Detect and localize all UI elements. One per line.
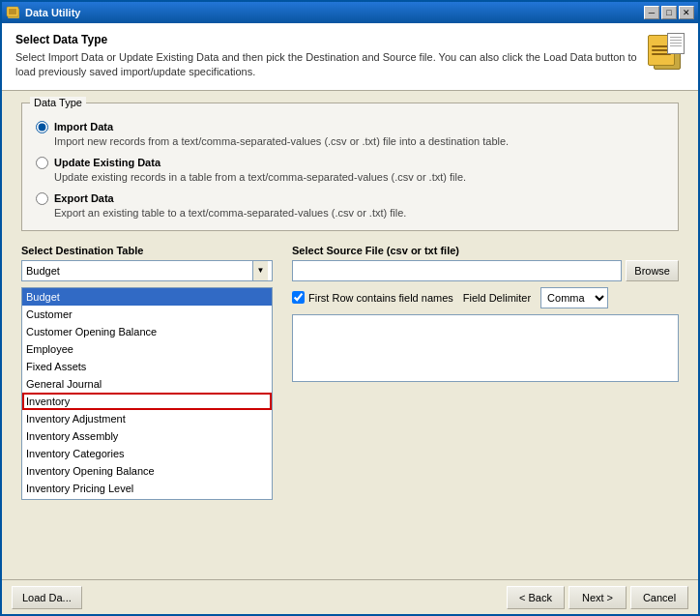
- list-item[interactable]: Customer: [22, 306, 272, 323]
- update-data-radio[interactable]: [36, 157, 48, 169]
- update-data-radio-row[interactable]: Update Existing Data: [36, 157, 664, 169]
- radio-option-export: Export Data Export an existing table to …: [36, 192, 664, 219]
- import-data-desc: Import new records from a text/comma-sep…: [54, 135, 664, 147]
- sheet-line-2: [670, 40, 682, 41]
- data-type-group: Data Type Import Data Import new records…: [21, 103, 679, 231]
- load-data-button[interactable]: Load Da...: [12, 586, 82, 609]
- field-options-row: First Row contains field names Field Del…: [292, 287, 679, 308]
- export-data-desc: Export an existing table to a text/comma…: [54, 207, 664, 219]
- list-item[interactable]: Inventory Categories: [22, 445, 272, 462]
- field-delimiter-label: Field Delimiter: [463, 292, 531, 304]
- import-data-label: Import Data: [54, 121, 113, 132]
- list-item[interactable]: Inventory Assembly: [22, 427, 272, 445]
- titlebar-left: Data Utility: [6, 5, 80, 20]
- list-item[interactable]: Customer Opening Balance: [22, 323, 272, 340]
- main-window: Data Utility ─ □ ✕ Select Data Type Sele…: [0, 0, 700, 616]
- export-data-label: Export Data: [54, 192, 114, 204]
- icon-sheet: [667, 33, 685, 54]
- field-delimiter-select[interactable]: CommaTabSemicolonSpace: [540, 287, 608, 308]
- header-title: Select Data Type: [15, 33, 646, 46]
- import-data-radio[interactable]: [36, 121, 48, 133]
- maximize-button[interactable]: □: [661, 6, 677, 19]
- footer-right: < Back Next > Cancel: [507, 586, 688, 609]
- list-item[interactable]: Fixed Assets: [22, 358, 272, 375]
- list-item[interactable]: Inventory Special Pricing: [22, 497, 272, 500]
- header-text: Select Data Type Select Import Data or U…: [15, 33, 646, 80]
- list-item[interactable]: Inventory Pricing Level: [22, 480, 272, 497]
- bottom-section: Select Destination Table Budget ▼ Budget…: [21, 245, 679, 384]
- source-section: Select Source File (csv or txt file) Bro…: [292, 245, 679, 384]
- back-button[interactable]: < Back: [507, 586, 565, 609]
- list-item[interactable]: Inventory: [22, 393, 272, 410]
- destination-section: Select Destination Table Budget ▼ Budget…: [21, 245, 273, 384]
- sheet-line-1: [670, 37, 682, 38]
- main-content: Data Type Import Data Import new records…: [2, 91, 698, 579]
- header-description: Select Import Data or Update Existing Da…: [15, 50, 646, 80]
- window-title: Data Utility: [25, 7, 80, 18]
- source-file-input[interactable]: [292, 260, 622, 281]
- source-input-row: Browse: [292, 260, 679, 281]
- update-data-desc: Update existing records in a table from …: [54, 171, 664, 183]
- first-row-checkbox-row: First Row contains field names: [292, 291, 453, 304]
- cancel-button[interactable]: Cancel: [630, 586, 688, 609]
- radio-option-update: Update Existing Data Update existing rec…: [36, 157, 664, 183]
- group-label: Data Type: [30, 97, 86, 108]
- header-icon: [646, 33, 685, 70]
- combo-arrow-icon: ▼: [252, 261, 268, 280]
- sheet-line-3: [670, 43, 682, 44]
- list-item[interactable]: Budget: [22, 288, 272, 306]
- destination-label: Select Destination Table: [21, 245, 273, 256]
- list-item[interactable]: Inventory Opening Balance: [22, 462, 272, 480]
- sheet-line-4: [670, 45, 682, 46]
- radio-option-import: Import Data Import new records from a te…: [36, 121, 664, 147]
- next-button[interactable]: Next >: [569, 586, 627, 609]
- destination-dropdown[interactable]: BudgetCustomerCustomer Opening BalanceEm…: [21, 287, 273, 500]
- destination-combo[interactable]: Budget ▼: [21, 260, 273, 281]
- list-item[interactable]: General Journal: [22, 375, 272, 393]
- list-item[interactable]: Inventory Adjustment: [22, 410, 272, 427]
- list-item[interactable]: Employee: [22, 340, 272, 358]
- close-button[interactable]: ✕: [679, 6, 694, 19]
- browse-button[interactable]: Browse: [626, 260, 679, 281]
- footer: Load Da... < Back Next > Cancel: [2, 579, 698, 614]
- import-data-radio-row[interactable]: Import Data: [36, 121, 664, 133]
- first-row-label: First Row contains field names: [308, 292, 453, 304]
- source-textarea[interactable]: [292, 314, 679, 382]
- header-area: Select Data Type Select Import Data or U…: [2, 23, 698, 91]
- window-icon: [6, 5, 21, 20]
- titlebar-buttons: ─ □ ✕: [644, 6, 694, 19]
- minimize-button[interactable]: ─: [644, 6, 659, 19]
- source-label: Select Source File (csv or txt file): [292, 245, 679, 256]
- titlebar: Data Utility ─ □ ✕: [2, 2, 698, 23]
- export-data-radio-row[interactable]: Export Data: [36, 192, 664, 205]
- footer-left: Load Da...: [12, 586, 82, 609]
- destination-selected-value: Budget: [26, 265, 60, 277]
- first-row-checkbox[interactable]: [292, 291, 305, 304]
- update-data-label: Update Existing Data: [54, 157, 160, 168]
- export-data-radio[interactable]: [36, 192, 48, 205]
